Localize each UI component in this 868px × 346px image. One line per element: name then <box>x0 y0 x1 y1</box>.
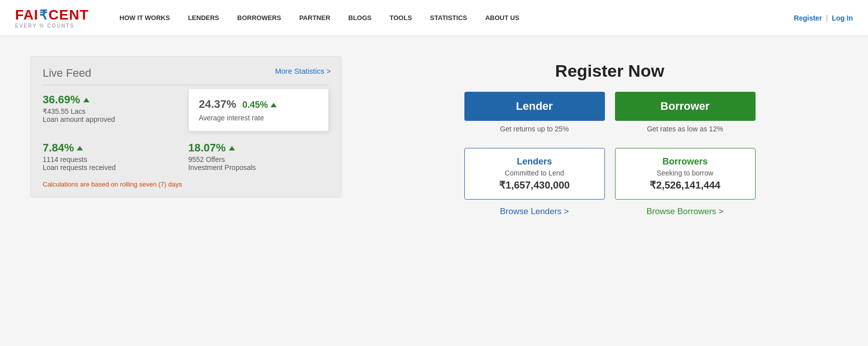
lender-register-button[interactable]: Lender <box>464 92 605 121</box>
loan-requests-percent: 7.84% <box>43 141 183 154</box>
loan-requests-label: Loan requests received <box>43 163 183 171</box>
register-link[interactable]: Register <box>794 14 822 22</box>
loan-amount-label: Loan amount approved <box>43 115 183 123</box>
nav-how-it-works[interactable]: HOW IT WORKS <box>110 14 179 22</box>
avg-rate-change: 0.45% <box>242 100 277 110</box>
logo-cent: CENT <box>49 7 89 23</box>
borrowers-card-amount: ₹2,526,141,444 <box>650 179 720 191</box>
nav-tools[interactable]: TOOLS <box>381 14 421 22</box>
rolling-note: Calculations are based on rolling seven … <box>43 181 329 188</box>
loan-requests-stat: 7.84% 1114 requests Loan requests receiv… <box>43 141 183 171</box>
auth-area: Register | Log In <box>794 14 853 22</box>
register-buttons: Lender Get returns up to 25% Borrower Ge… <box>464 92 756 133</box>
loan-amount-value: ₹435.55 Lacs <box>43 107 183 115</box>
avg-rate-arrow-icon <box>271 103 277 107</box>
borrowers-card-title: Borrowers <box>662 156 707 167</box>
loan-amount-stat: 36.69% ₹435.55 Lacs Loan amount approved <box>43 93 183 131</box>
lender-btn-group: Lender Get returns up to 25% <box>464 92 605 133</box>
avg-rate-card: 24.37% 0.45% Average interest rate <box>188 88 329 131</box>
avg-rate-value: 24.37% <box>199 98 236 111</box>
avg-rate-label: Average interest rate <box>199 114 318 122</box>
borrower-register-button[interactable]: Borrower <box>615 92 756 121</box>
lenders-card-title: Lenders <box>517 156 552 167</box>
main-content: Live Feed More Statistics > 36.69% ₹435.… <box>0 36 868 237</box>
live-feed-section: Live Feed More Statistics > 36.69% ₹435.… <box>30 56 341 217</box>
main-nav: HOW IT WORKS LENDERS BORROWERS PARTNER B… <box>110 14 794 22</box>
browse-cards-row: Lenders Committed to Lend ₹1,657,430,000… <box>464 148 756 200</box>
nav-blogs[interactable]: BLOGS <box>339 14 381 22</box>
loan-amount-percent: 36.69% <box>43 93 183 106</box>
investment-label: Investment Proposals <box>188 163 329 171</box>
loan-requests-arrow-icon <box>77 146 83 150</box>
borrowers-card: Borrowers Seeking to borrow ₹2,526,141,4… <box>615 148 756 200</box>
login-link[interactable]: Log In <box>832 14 853 22</box>
nav-borrowers[interactable]: BORROWERS <box>228 14 290 22</box>
nav-about-us[interactable]: ABOUT US <box>476 14 528 22</box>
investment-stat: 18.07% 9552 Offers Investment Proposals <box>188 141 329 171</box>
auth-divider: | <box>826 14 828 22</box>
borrower-subtitle: Get rates as low as 12% <box>647 125 723 133</box>
investment-count: 9552 Offers <box>188 155 329 163</box>
borrowers-card-desc: Seeking to borrow <box>657 169 713 177</box>
logo-text: FAI₹CENT <box>15 7 95 23</box>
logo-fai: FAI <box>15 7 39 23</box>
browse-links: Browse Lenders > Browse Borrowers > <box>464 207 756 217</box>
lenders-card: Lenders Committed to Lend ₹1,657,430,000 <box>464 148 605 200</box>
loan-requests-count: 1114 requests <box>43 155 183 163</box>
nav-lenders[interactable]: LENDERS <box>179 14 228 22</box>
nav-statistics[interactable]: STATISTICS <box>421 14 476 22</box>
investment-arrow-icon <box>229 146 235 150</box>
header: FAI₹CENT EVERY % COUNTS HOW IT WORKS LEN… <box>0 0 868 36</box>
avg-rate-row: 24.37% 0.45% <box>199 98 318 111</box>
lenders-card-amount: ₹1,657,430,000 <box>499 179 570 191</box>
live-feed-box: Live Feed More Statistics > 36.69% ₹435.… <box>30 56 341 198</box>
nav-partner[interactable]: PARTNER <box>290 14 339 22</box>
browse-borrowers-link[interactable]: Browse Borrowers > <box>615 207 756 217</box>
logo[interactable]: FAI₹CENT EVERY % COUNTS <box>15 7 95 29</box>
logo-rupee-icon: ₹ <box>39 8 48 23</box>
investment-percent: 18.07% <box>188 141 329 154</box>
lenders-card-desc: Committed to Lend <box>505 169 564 177</box>
register-section: Register Now Lender Get returns up to 25… <box>382 56 838 217</box>
live-feed-divider <box>43 85 329 85</box>
more-statistics-link[interactable]: More Statistics > <box>275 67 331 75</box>
logo-tagline: EVERY % COUNTS <box>15 23 95 29</box>
browse-lenders-link[interactable]: Browse Lenders > <box>464 207 605 217</box>
stats-grid: 36.69% ₹435.55 Lacs Loan amount approved… <box>43 93 329 171</box>
lender-subtitle: Get returns up to 25% <box>500 125 569 133</box>
borrower-btn-group: Borrower Get rates as low as 12% <box>615 92 756 133</box>
loan-amount-arrow-icon <box>83 98 89 102</box>
register-title: Register Now <box>555 61 664 81</box>
